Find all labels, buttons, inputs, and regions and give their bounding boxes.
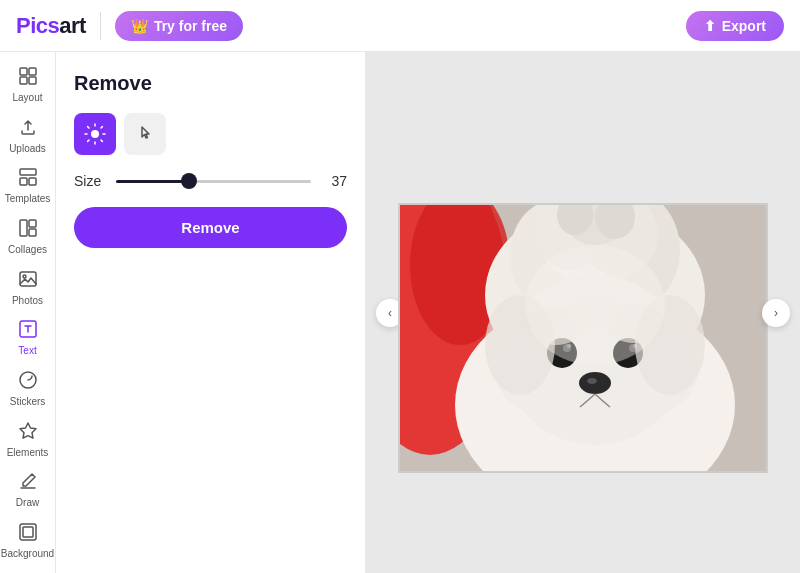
size-slider[interactable]: [116, 180, 311, 183]
sidebar-label-elements: Elements: [7, 447, 49, 458]
uploads-icon: [18, 117, 38, 140]
svg-rect-3: [29, 77, 36, 84]
sidebar-item-uploads[interactable]: Uploads: [3, 111, 53, 160]
size-label: Size: [74, 173, 104, 189]
tools-panel-title: Remove: [74, 72, 347, 95]
tools-panel: Remove Size 37 Remove: [56, 52, 366, 573]
sidebar-item-layout[interactable]: Layout: [3, 60, 53, 109]
sidebar-label-text: Text: [18, 345, 36, 356]
svg-rect-8: [29, 220, 36, 227]
try-free-label: Try for free: [154, 18, 227, 34]
crown-icon: 👑: [131, 18, 148, 34]
sidebar-label-layout: Layout: [12, 92, 42, 103]
templates-icon: [18, 167, 38, 190]
tool-buttons-row: [74, 113, 347, 155]
auto-select-tool-button[interactable]: [74, 113, 116, 155]
chevron-left-icon: ‹: [388, 306, 392, 320]
export-upload-icon: ⬆: [704, 18, 716, 34]
sidebar-item-stickers[interactable]: Stickers: [3, 364, 53, 413]
size-value: 37: [323, 173, 347, 189]
sidebar-item-background[interactable]: Background: [3, 516, 53, 565]
sidebar-nav: Layout Uploads Templates: [0, 52, 56, 573]
chevron-right-icon: ›: [774, 306, 778, 320]
collages-icon: [18, 218, 38, 241]
try-free-button[interactable]: 👑 Try for free: [115, 11, 243, 41]
svg-point-39: [587, 378, 597, 384]
remove-button[interactable]: Remove: [74, 207, 347, 248]
sidebar-item-elements[interactable]: Elements: [3, 415, 53, 464]
sidebar-label-background: Background: [1, 548, 54, 559]
sidebar-label-stickers: Stickers: [10, 396, 46, 407]
sidebar-item-photos[interactable]: Photos: [3, 263, 53, 312]
canvas-nav-right-button[interactable]: ›: [762, 299, 790, 327]
svg-point-45: [525, 245, 665, 365]
header-divider: [100, 12, 101, 40]
svg-rect-9: [29, 229, 36, 236]
svg-rect-2: [20, 77, 27, 84]
sidebar-item-text[interactable]: Text: [3, 314, 53, 363]
dog-illustration: [400, 205, 768, 473]
size-row: Size 37: [74, 173, 347, 189]
canvas-area: ‹: [366, 52, 800, 573]
sidebar-label-draw: Draw: [16, 497, 39, 508]
sidebar-label-templates: Templates: [5, 193, 51, 204]
sidebar-label-photos: Photos: [12, 295, 43, 306]
manual-select-tool-button[interactable]: [124, 113, 166, 155]
export-button[interactable]: ⬆ Export: [686, 11, 784, 41]
layout-icon: [18, 66, 38, 89]
sidebar-item-collages[interactable]: Collages: [3, 212, 53, 261]
svg-rect-11: [20, 272, 36, 286]
header: Picsart 👑 Try for free ⬆ Export: [0, 0, 800, 52]
header-left: Picsart 👑 Try for free: [16, 11, 243, 41]
svg-rect-7: [20, 220, 27, 236]
svg-rect-4: [20, 169, 36, 175]
svg-rect-1: [29, 68, 36, 75]
sidebar-item-draw[interactable]: Draw: [3, 466, 53, 515]
sidebar-item-templates[interactable]: Templates: [3, 161, 53, 210]
elements-icon: [18, 421, 38, 444]
sidebar-label-collages: Collages: [8, 244, 47, 255]
svg-point-10: [23, 275, 26, 278]
svg-rect-5: [20, 178, 27, 185]
svg-rect-14: [23, 527, 33, 537]
sidebar-label-uploads: Uploads: [9, 143, 46, 154]
background-icon: [18, 522, 38, 545]
svg-rect-0: [20, 68, 27, 75]
svg-point-15: [91, 130, 99, 138]
picsart-logo: Picsart: [16, 13, 86, 39]
export-label: Export: [722, 18, 766, 34]
photos-icon: [18, 269, 38, 292]
draw-icon: [18, 471, 38, 494]
main-area: Layout Uploads Templates: [0, 52, 800, 573]
stickers-icon: [18, 370, 38, 393]
svg-rect-6: [29, 178, 36, 185]
canvas-image: [398, 203, 768, 473]
text-icon: [18, 319, 38, 342]
